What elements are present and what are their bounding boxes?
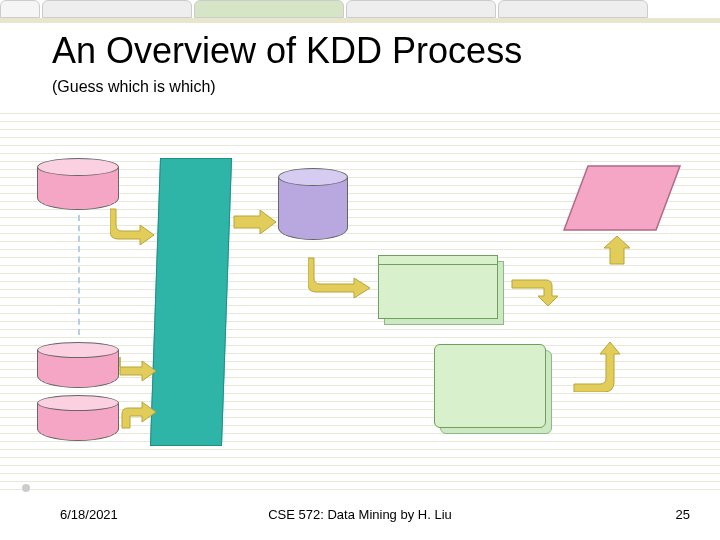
footer-page-number: 25: [676, 507, 690, 522]
arrow-icon: [604, 236, 630, 266]
arrow-icon: [570, 340, 624, 392]
teal-warehouse-shape: [150, 158, 232, 446]
footer-course: CSE 572: Data Mining by H. Liu: [268, 507, 452, 522]
cylinder-pink-bottom: [37, 395, 119, 441]
title-underline: [0, 18, 720, 23]
arrow-icon: [118, 355, 160, 385]
arrow-icon: [118, 400, 160, 434]
tab: [346, 0, 496, 18]
cylinder-pink-middle: [37, 342, 119, 388]
dashed-connector: [78, 215, 80, 335]
arrow-icon: [232, 210, 278, 234]
tab: [42, 0, 192, 18]
tab: [498, 0, 648, 18]
arrow-icon: [308, 256, 374, 300]
green-box-lower: [434, 344, 546, 428]
tab-row: [0, 0, 720, 20]
svg-marker-0: [564, 166, 680, 230]
footer-date: 6/18/2021: [60, 507, 118, 522]
parallelogram-pattern: [560, 162, 684, 236]
cylinder-pink-top: [37, 158, 119, 210]
arrow-icon: [110, 205, 158, 245]
tab: [0, 0, 40, 18]
tab: [194, 0, 344, 18]
corner-dot-icon: [22, 484, 30, 492]
slide-title: An Overview of KDD Process: [52, 30, 522, 72]
slide-subtitle: (Guess which is which): [52, 78, 216, 96]
green-box-upper: [378, 255, 498, 319]
arrow-icon: [510, 278, 568, 308]
cylinder-purple: [278, 168, 348, 240]
